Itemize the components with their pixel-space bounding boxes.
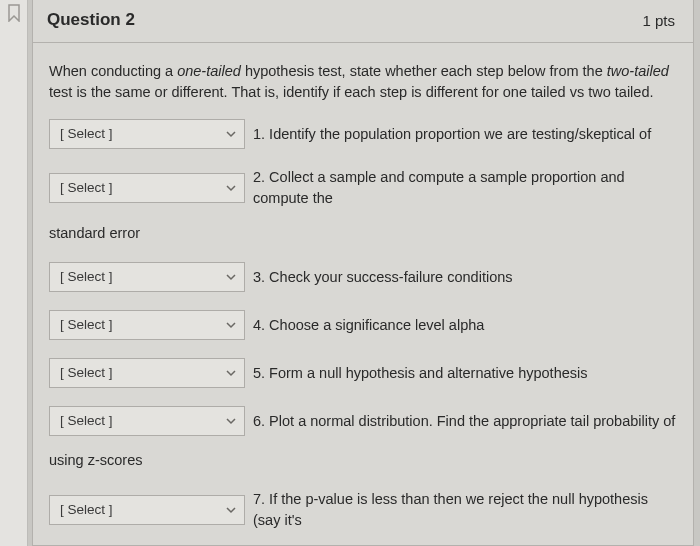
left-gutter: [0, 0, 28, 546]
step-text: 6. Plot a normal distribution. Find the …: [253, 411, 677, 432]
question-points: 1 pts: [642, 12, 675, 29]
step-text: 1. Identify the population proportion we…: [253, 124, 677, 145]
select-placeholder: [ Select ]: [60, 411, 113, 431]
question-card: Question 2 1 pts When conducting a one-t…: [32, 0, 694, 546]
step-row: [ Select ]2. Collect a sample and comput…: [49, 167, 677, 244]
step-row: [ Select ]5. Form a null hypothesis and …: [49, 358, 677, 388]
step-select[interactable]: [ Select ]: [49, 262, 245, 292]
step-row: [ Select ]4. Choose a significance level…: [49, 310, 677, 340]
step-trail-text: standard error: [49, 223, 677, 244]
step-select[interactable]: [ Select ]: [49, 406, 245, 436]
select-placeholder: [ Select ]: [60, 363, 113, 383]
question-body: When conducting a one-tailed hypothesis …: [33, 43, 693, 546]
step-row: [ Select ]6. Plot a normal distribution.…: [49, 406, 677, 471]
select-placeholder: [ Select ]: [60, 124, 113, 144]
select-placeholder: [ Select ]: [60, 178, 113, 198]
chevron-down-icon: [226, 368, 236, 378]
step-text: 3. Check your success-failure conditions: [253, 267, 677, 288]
instruction-text: When conducting a one-tailed hypothesis …: [49, 61, 677, 103]
step-text: 2. Collect a sample and compute a sample…: [253, 167, 677, 209]
step-row: [ Select ]7. If the p-value is less than…: [49, 489, 677, 546]
step-select[interactable]: [ Select ]: [49, 495, 245, 525]
step-row: [ Select ]1. Identify the population pro…: [49, 119, 677, 149]
question-title: Question 2: [47, 10, 135, 30]
step-select[interactable]: [ Select ]: [49, 310, 245, 340]
step-row: [ Select ]3. Check your success-failure …: [49, 262, 677, 292]
step-text: 4. Choose a significance level alpha: [253, 315, 677, 336]
chevron-down-icon: [226, 416, 236, 426]
chevron-down-icon: [226, 320, 236, 330]
step-select[interactable]: [ Select ]: [49, 119, 245, 149]
select-placeholder: [ Select ]: [60, 500, 113, 520]
step-text: 7. If the p-value is less than then we r…: [253, 489, 677, 531]
step-trail-text: using z-scores: [49, 450, 677, 471]
chevron-down-icon: [226, 183, 236, 193]
step-select[interactable]: [ Select ]: [49, 173, 245, 203]
chevron-down-icon: [226, 505, 236, 515]
chevron-down-icon: [226, 272, 236, 282]
select-placeholder: [ Select ]: [60, 315, 113, 335]
chevron-down-icon: [226, 129, 236, 139]
question-header: Question 2 1 pts: [33, 0, 693, 43]
select-placeholder: [ Select ]: [60, 267, 113, 287]
step-text: 5. Form a null hypothesis and alternativ…: [253, 363, 677, 384]
bookmark-icon: [6, 4, 22, 22]
step-select[interactable]: [ Select ]: [49, 358, 245, 388]
